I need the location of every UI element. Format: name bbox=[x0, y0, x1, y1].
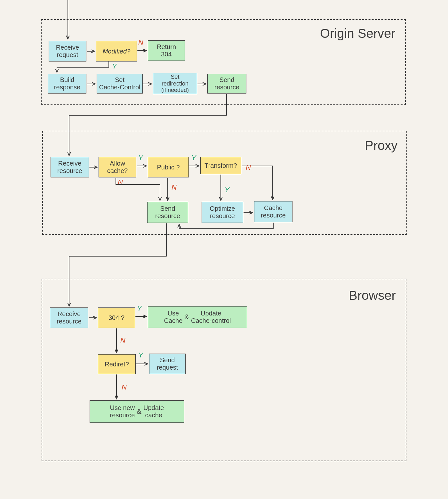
edge-label-y: Y bbox=[191, 154, 196, 162]
node-return-304: Return304 bbox=[148, 40, 185, 61]
node-build-response: Buildresponse bbox=[48, 74, 86, 94]
node-browser-receive-resource: Receiveresource bbox=[50, 307, 88, 328]
section-origin-title: Origin Server bbox=[320, 26, 396, 41]
node-update-cache-control-label: UpdateCache-control bbox=[191, 310, 231, 324]
edge-label-n: N bbox=[120, 336, 125, 345]
node-proxy-receive-resource: Receiveresource bbox=[51, 157, 89, 177]
node-304: 304 ? bbox=[98, 307, 135, 328]
node-send-request: Sendrequest bbox=[149, 354, 186, 374]
node-modified: Modified? bbox=[96, 41, 137, 61]
edge-label-n: N bbox=[122, 383, 127, 391]
node-use-new-combo: Use newresource & Updatecache bbox=[90, 400, 184, 423]
edge-label-y: Y bbox=[112, 62, 117, 70]
node-set-redirection: Setredirection(if needed) bbox=[153, 73, 197, 94]
node-proxy-send-resource: Sendresource bbox=[147, 202, 188, 223]
edge-label-n: N bbox=[246, 163, 251, 172]
node-update-cache-label: Updatecache bbox=[143, 404, 164, 419]
node-redirect: Rediret? bbox=[98, 354, 136, 374]
node-use-cache-combo: UseCache & UpdateCache-control bbox=[148, 306, 247, 328]
ampersand-icon: & bbox=[182, 313, 191, 321]
edge-label-y: Y bbox=[137, 304, 142, 313]
edge-label-y: Y bbox=[138, 351, 143, 359]
edge-label-n: N bbox=[138, 38, 143, 47]
node-use-new-label: Use newresource bbox=[110, 404, 135, 419]
node-optimize-resource: Optimizeresource bbox=[202, 202, 243, 223]
section-proxy-title: Proxy bbox=[365, 138, 397, 153]
node-send-resource-origin: Sendresource bbox=[207, 74, 246, 94]
node-receive-request: Receiverequest bbox=[49, 41, 86, 61]
edge-label-n: N bbox=[172, 183, 177, 192]
diagram-canvas: Origin Server Proxy Browser Receivereque… bbox=[0, 0, 448, 499]
edge-label-y: Y bbox=[138, 154, 143, 162]
node-transform: Transform? bbox=[200, 157, 241, 174]
node-use-cache-label: UseCache bbox=[164, 310, 182, 324]
edge-label-n: N bbox=[118, 178, 123, 186]
node-set-cache-control: SetCache-Control bbox=[97, 74, 143, 94]
ampersand-icon-2: & bbox=[135, 407, 143, 415]
node-cache-resource: Cacheresource bbox=[254, 201, 292, 222]
edge-label-y: Y bbox=[225, 186, 229, 194]
node-public: Public ? bbox=[148, 157, 189, 177]
node-allow-cache: Allowcache? bbox=[99, 157, 136, 177]
section-browser-title: Browser bbox=[349, 288, 396, 303]
